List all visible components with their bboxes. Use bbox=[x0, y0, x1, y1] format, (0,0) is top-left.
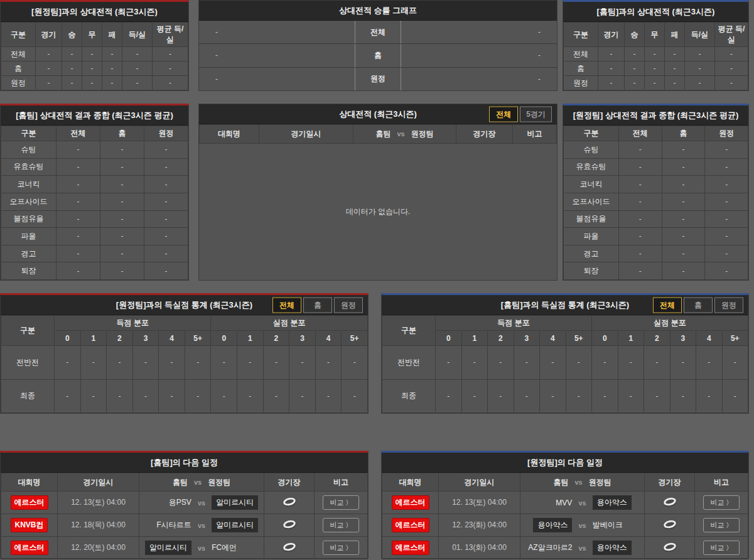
stadium-icon[interactable] bbox=[282, 519, 296, 529]
panel-away-schedule: [원정팀]의 다음 일정 대회명 경기일시 홈팀vs원정팀 경기장 비고 에르스… bbox=[381, 451, 749, 559]
h2h-matches-header: 대회명 경기일시 홈팀vs원정팀 경기장 비고 bbox=[199, 124, 557, 144]
match-datetime: 12. 23(화) 04:00 bbox=[439, 514, 520, 537]
league-badge: 에르스터 bbox=[392, 518, 429, 532]
tab-all[interactable]: 전체 bbox=[272, 297, 301, 313]
col-header: 경기장 bbox=[456, 125, 513, 144]
away-schedule-table: 대회명 경기일시 홈팀vs원정팀 경기장 비고 에르스터 12. 13(토) 0… bbox=[382, 473, 748, 559]
table-row: 최종 ------------ bbox=[1, 379, 368, 413]
away-team: 알미르시티 bbox=[212, 518, 262, 532]
group-header-scored: 득점 분포 bbox=[55, 316, 211, 331]
stat-value: - bbox=[82, 62, 102, 76]
match-datetime: 12. 20(토) 04:00 bbox=[58, 537, 139, 559]
col-header-teams: 홈팀vs원정팀 bbox=[520, 473, 645, 492]
table-row: 유효슈팅--- bbox=[564, 158, 748, 176]
stat-value: - bbox=[57, 210, 100, 228]
compare-button[interactable]: 비교 〉 bbox=[323, 495, 358, 510]
stat-value: - bbox=[144, 193, 188, 210]
stat-value: - bbox=[100, 141, 144, 159]
league-badge: 에르스터 bbox=[392, 495, 429, 510]
vs-label: vs bbox=[390, 130, 411, 137]
stat-value: - bbox=[211, 379, 237, 413]
bin-header: 0 bbox=[592, 331, 618, 346]
row-label: 슈팅 bbox=[564, 141, 619, 159]
stat-value: - bbox=[619, 141, 662, 159]
stat-value: - bbox=[36, 62, 62, 76]
col-header: 홈 bbox=[100, 126, 144, 141]
schedule-row: 에르스터 12. 13(토) 04:00 용PSVvs알미르시티 비교 〉 bbox=[1, 492, 368, 514]
stat-value: - bbox=[100, 210, 144, 228]
stat-value: - bbox=[705, 176, 748, 193]
bin-header: 4 bbox=[315, 331, 342, 346]
home-team: 용아약스 bbox=[522, 518, 572, 532]
stat-value: - bbox=[57, 158, 100, 176]
stat-value: - bbox=[705, 210, 748, 228]
stat-value: - bbox=[100, 245, 144, 262]
league-badge: KNVB컵 bbox=[11, 518, 47, 532]
stadium-icon[interactable] bbox=[282, 542, 296, 552]
stat-value: - bbox=[705, 245, 748, 262]
compare-button[interactable]: 비교 〉 bbox=[703, 518, 739, 532]
tab-all[interactable]: 전체 bbox=[489, 106, 518, 122]
col-header: 경기 bbox=[598, 23, 625, 47]
col-header: 득/실 bbox=[122, 23, 153, 47]
stat-value: - bbox=[153, 62, 188, 76]
league-badge: 에르스터 bbox=[11, 541, 48, 555]
panel-home-goal-stats: [홈팀]과의 득실점 통계 (최근3시즌) 전체 홈 원정 구분 득점 분포 실… bbox=[381, 293, 749, 414]
vs-label: vs bbox=[568, 478, 588, 486]
col-header: 패 bbox=[102, 23, 122, 47]
col-header: 경기 bbox=[36, 23, 62, 47]
compare-button[interactable]: 비교 〉 bbox=[323, 518, 358, 532]
bin-header: 3 bbox=[132, 331, 159, 346]
away-h2h-table: 구분 경기 승 무 패 득/실 평균 득/실 전체 - - - - - - 홈 … bbox=[1, 22, 188, 90]
bin-header: 0 bbox=[211, 331, 237, 346]
row-label: 코너킥 bbox=[1, 176, 57, 193]
stadium-icon[interactable] bbox=[662, 542, 676, 552]
stat-value: - bbox=[315, 346, 342, 380]
row-label: 슈팅 bbox=[1, 141, 57, 159]
bin-header: 3 bbox=[289, 331, 316, 346]
row-label: 전체 bbox=[564, 47, 598, 62]
stat-value: - bbox=[540, 346, 566, 380]
compare-button[interactable]: 비교 〉 bbox=[703, 541, 739, 555]
stat-value: - bbox=[715, 47, 748, 62]
stat-value: - bbox=[159, 379, 185, 413]
col-header: 대회명 bbox=[200, 125, 259, 144]
stat-value: - bbox=[36, 76, 62, 90]
bin-header: 3 bbox=[670, 331, 696, 346]
stat-value: - bbox=[185, 346, 211, 380]
tab-away[interactable]: 원정 bbox=[714, 297, 743, 313]
stat-value: - bbox=[436, 346, 462, 380]
vs-label: vs bbox=[572, 499, 592, 507]
away-team: 용아약스 bbox=[593, 541, 643, 555]
stat-value: - bbox=[122, 62, 153, 76]
match-datetime: 01. 13(화) 04:00 bbox=[439, 537, 520, 559]
row-label: 홈 bbox=[1, 62, 36, 76]
col-header: 경기장 bbox=[645, 473, 695, 492]
row-label: 전체 bbox=[1, 47, 36, 62]
stat-value: - bbox=[315, 379, 342, 413]
table-row: 코너킥--- bbox=[564, 176, 748, 193]
stat-value: - bbox=[722, 346, 748, 380]
table-row: 전반전 ------------ bbox=[382, 346, 748, 380]
compare-button[interactable]: 비교 〉 bbox=[323, 541, 358, 555]
col-header: 승 bbox=[625, 23, 645, 47]
tab-all[interactable]: 전체 bbox=[653, 297, 682, 313]
bin-header: 0 bbox=[55, 331, 81, 346]
stadium-icon[interactable] bbox=[662, 497, 676, 507]
stadium-icon[interactable] bbox=[662, 519, 676, 529]
tab-5games[interactable]: 5경기 bbox=[520, 106, 552, 122]
tab-home[interactable]: 홈 bbox=[684, 297, 713, 313]
stat-value: - bbox=[705, 141, 748, 159]
tab-home[interactable]: 홈 bbox=[303, 297, 332, 313]
row-label: 볼점유율 bbox=[564, 210, 619, 228]
winrate-row: - 전체 - bbox=[199, 21, 557, 44]
stat-value: - bbox=[82, 47, 102, 62]
stadium-icon[interactable] bbox=[282, 497, 296, 507]
stat-value: - bbox=[185, 379, 211, 413]
row-label: 원정 bbox=[564, 76, 598, 90]
compare-button[interactable]: 비교 〉 bbox=[703, 495, 739, 510]
stat-value: - bbox=[289, 379, 316, 413]
tab-away[interactable]: 원정 bbox=[334, 297, 363, 313]
stat-value: - bbox=[144, 210, 188, 228]
stat-value: - bbox=[598, 76, 625, 90]
